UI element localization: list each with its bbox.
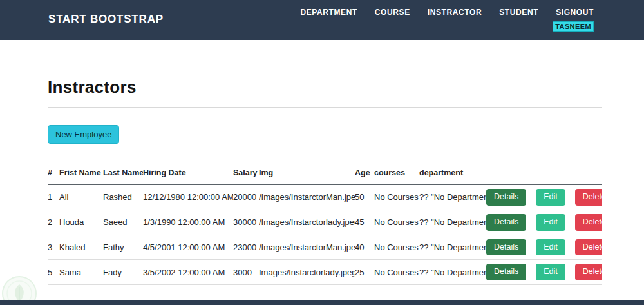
details-button[interactable]: Details (486, 264, 526, 280)
cell-hiring-date: 12/12/1980 12:00:00 AM (143, 184, 233, 210)
cell-department: ?? "No Department" (419, 235, 486, 260)
cell-img: /Images/InstarctorMan.jpeg (259, 184, 355, 210)
row-actions: Details Edit Delete (486, 189, 602, 206)
cell-last-name: Fathy (103, 235, 143, 260)
cell-department: ?? "No Department" (419, 184, 486, 210)
table-row: 1 Ali Rashed 12/12/1980 12:00:00 AM 2000… (48, 184, 602, 210)
header-first-name: Frist Name (59, 163, 103, 184)
cell-age: 25 (355, 260, 374, 285)
cell-actions: Details Edit Delete (486, 184, 602, 210)
cell-courses: No Courses (374, 260, 419, 285)
table-header-row: # Frist Name Last Name Hiring Date Salar… (48, 163, 602, 184)
cell-department: ?? "No Department" (419, 210, 486, 235)
cell-first-name: Ali (59, 184, 103, 210)
header-last-name: Last Name (103, 163, 143, 184)
details-button[interactable]: Details (486, 189, 526, 206)
cell-img: Images/Instarctorlady.jpeg (259, 260, 355, 285)
instructors-table: # Frist Name Last Name Hiring Date Salar… (48, 163, 602, 285)
nav-item-signout[interactable]: SIGNOUT (556, 8, 594, 17)
delete-button[interactable]: Delete (575, 264, 602, 280)
edit-button[interactable]: Edit (536, 214, 565, 231)
table-row: 5 Sama Fady 3/5/2002 12:00:00 AM 3000 Im… (48, 260, 602, 285)
cell-salary: 23000 (233, 235, 259, 260)
cell-age: 45 (355, 210, 374, 235)
row-actions: Details Edit Delete (486, 264, 602, 280)
details-button[interactable]: Details (486, 214, 526, 231)
cell-num: 1 (48, 184, 59, 210)
cell-hiring-date: 3/5/2002 12:00:00 AM (143, 260, 233, 285)
main-content: Instractors New Employee # Frist Name La… (0, 77, 644, 299)
nav-items: DEPARTMENT COURSE INSTRACTOR STUDENT SIG… (300, 8, 594, 17)
nav-item-course[interactable]: COURSE (375, 8, 410, 17)
edit-button[interactable]: Edit (536, 189, 565, 206)
brand-link[interactable]: START BOOTSTRAP (48, 13, 164, 26)
cell-last-name: Saeed (103, 210, 143, 235)
cell-last-name: Fady (103, 260, 143, 285)
cell-hiring-date: 4/5/2001 12:00:00 AM (143, 235, 233, 260)
cell-courses: No Courses (374, 210, 419, 235)
cell-first-name: Houda (59, 210, 103, 235)
footer (0, 300, 644, 305)
cell-last-name: Rashed (103, 184, 143, 210)
edit-button[interactable]: Edit (536, 239, 565, 256)
cell-salary: 30000 (233, 210, 259, 235)
nav-item-department[interactable]: DEPARTMENT (300, 8, 357, 17)
cell-img: /Images/InstarctorMan.jpeg (259, 235, 355, 260)
cell-first-name: Sama (59, 260, 103, 285)
page-title: Instractors (48, 77, 602, 97)
cell-first-name: Khaled (59, 235, 103, 260)
row-actions: Details Edit Delete (486, 239, 602, 256)
cell-actions: Details Edit Delete (486, 235, 602, 260)
header-hiring-date: Hiring Date (143, 163, 233, 184)
cell-actions: Details Edit Delete (486, 210, 602, 235)
cell-actions: Details Edit Delete (486, 260, 602, 285)
cell-img: /Images/Instarctorlady.jpeg (259, 210, 355, 235)
navbar: START BOOTSTRAP DEPARTMENT COURSE INSTRA… (0, 0, 644, 40)
details-button[interactable]: Details (486, 239, 526, 256)
user-name-badge[interactable]: TASNEEM (553, 21, 594, 32)
header-actions (486, 163, 602, 184)
nav-item-instractor[interactable]: INSTRACTOR (428, 8, 482, 17)
header-courses: courses (374, 163, 419, 184)
header-img: Img (259, 163, 355, 184)
delete-button[interactable]: Delete (575, 189, 602, 206)
header-department: department (419, 163, 486, 184)
nav-right: DEPARTMENT COURSE INSTRACTOR STUDENT SIG… (300, 8, 594, 32)
delete-button[interactable]: Delete (575, 214, 602, 231)
cell-hiring-date: 1/3/1990 12:00:00 AM (143, 210, 233, 235)
new-employee-button[interactable]: New Employee (48, 125, 119, 144)
delete-button[interactable]: Delete (575, 239, 602, 256)
cell-num: 3 (48, 235, 59, 260)
nav-item-student[interactable]: STUDENT (499, 8, 538, 17)
edit-button[interactable]: Edit (536, 264, 565, 280)
table-bottom-divider (48, 299, 602, 299)
cell-department: ?? "No Department" (419, 260, 486, 285)
cell-courses: No Courses (374, 184, 419, 210)
cell-salary: 20000 (233, 184, 259, 210)
cell-salary: 3000 (233, 260, 259, 285)
title-divider (48, 107, 602, 108)
row-actions: Details Edit Delete (486, 214, 602, 231)
cell-courses: No Courses (374, 235, 419, 260)
header-num: # (48, 163, 59, 184)
cell-age: 50 (355, 184, 374, 210)
header-age: Age (355, 163, 374, 184)
cell-age: 40 (355, 235, 374, 260)
header-salary: Salary (233, 163, 259, 184)
cell-num: 5 (48, 260, 59, 285)
cell-num: 2 (48, 210, 59, 235)
table-row: 3 Khaled Fathy 4/5/2001 12:00:00 AM 2300… (48, 235, 602, 260)
table-row: 2 Houda Saeed 1/3/1990 12:00:00 AM 30000… (48, 210, 602, 235)
